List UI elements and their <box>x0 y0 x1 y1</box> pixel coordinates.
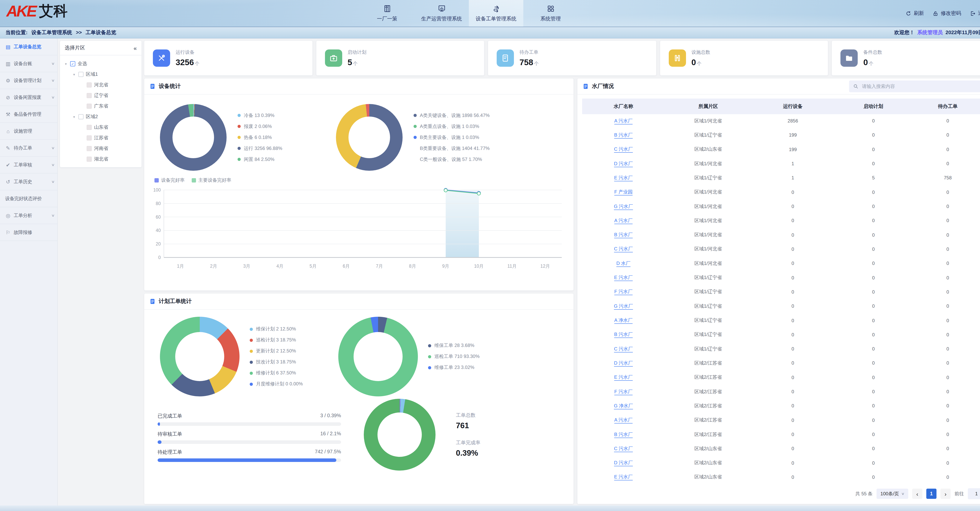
legend-item[interactable]: C类一般设备、设施 57 1.70% <box>414 156 531 163</box>
tree-node-3[interactable]: 辽宁省 <box>62 90 140 101</box>
tree-node-1[interactable]: ▾区域1 <box>62 69 140 80</box>
plant-name-link[interactable]: D 污水厂 <box>614 460 633 465</box>
tree-node-7[interactable]: 江苏省 <box>62 133 140 143</box>
legend-item[interactable]: 技改计划 3 18.75% <box>250 359 335 366</box>
legend-dot-icon <box>250 350 253 353</box>
current-page-button[interactable]: 1 <box>926 489 937 499</box>
legend-item[interactable]: 热备 6 0.18% <box>237 134 326 141</box>
legend-item[interactable]: 更新计划 2 12.50% <box>250 348 335 355</box>
plant-name-link[interactable]: E 污水厂 <box>614 375 633 380</box>
plant-name-link[interactable]: F 污水厂 <box>614 289 633 295</box>
checkbox-disabled[interactable] <box>87 125 92 130</box>
checkbox-disabled[interactable] <box>87 156 92 162</box>
legend-item[interactable]: A类重点设备、设施 1 0.03% <box>414 123 531 130</box>
checkbox-unchecked[interactable] <box>78 72 83 77</box>
sidebar-item-11[interactable]: ⚐故障报修 <box>0 224 57 241</box>
legend-item[interactable]: 巡检工单 710 93.30% <box>428 353 511 360</box>
unlock-button[interactable]: 修改密码 <box>932 10 961 17</box>
sidebar-item-2[interactable]: ⚙设备管理计划∨ <box>0 72 57 89</box>
plant-name-link[interactable]: B 污水厂 <box>614 232 633 238</box>
sidebar-item-0[interactable]: ▤工单设备总览 <box>0 38 57 55</box>
plant-name-link[interactable]: E 污水厂 <box>614 175 633 180</box>
legend-item[interactable]: 维保计划 2 12.50% <box>250 326 335 332</box>
plant-search-input[interactable] <box>861 83 980 89</box>
plant-name-link[interactable]: B 污水厂 <box>614 132 633 138</box>
nav-tab-cabinet[interactable]: 一厂一策 <box>360 0 414 27</box>
page-size-select[interactable]: 100条/页 ∨ <box>877 489 908 499</box>
next-page-button[interactable]: › <box>940 489 951 499</box>
legend-item[interactable]: B类主要设备、设施 1 0.03% <box>414 134 531 141</box>
legend-item[interactable]: 闲置 84 2.50% <box>237 156 326 163</box>
plant-name-link[interactable]: C 污水厂 <box>614 446 633 451</box>
legend-item[interactable]: 维保工单 28 3.68% <box>428 342 511 349</box>
sidebar-item-6[interactable]: ✎待办工单∨ <box>0 140 57 156</box>
line-legend-item[interactable]: 主要设备完好率 <box>192 177 231 184</box>
tree-caret-icon[interactable]: ▾ <box>64 62 68 66</box>
nav-tab-grid[interactable]: 系统管理 <box>523 0 578 27</box>
sidebar-item-4[interactable]: ⚒备品备件管理 <box>0 106 57 123</box>
goto-page-input[interactable] <box>968 488 980 499</box>
plant-name-link[interactable]: F 污水厂 <box>614 389 633 394</box>
plant-name-link[interactable]: E 污水厂 <box>614 474 633 480</box>
legend-item[interactable]: 报废 2 0.06% <box>237 123 326 130</box>
tree-node-4[interactable]: 广东省 <box>62 101 140 112</box>
tree-node-5[interactable]: ▾区域2 <box>62 112 140 122</box>
sidebar-item-10[interactable]: ◎工单分析∨ <box>0 207 57 224</box>
plant-name-link[interactable]: A 污水厂 <box>614 118 633 123</box>
legend-item[interactable]: A类关键设备、设施 1898 56.47% <box>414 112 531 119</box>
plant-name-link[interactable]: D 污水厂 <box>614 360 633 366</box>
tree-node-9[interactable]: 湖北省 <box>62 154 140 164</box>
sidebar-item-9[interactable]: 设备完好状态评价 <box>0 190 57 207</box>
plant-name-link[interactable]: C 污水厂 <box>614 246 633 252</box>
plant-name-link[interactable]: C 污水厂 <box>614 147 633 152</box>
tree-node-6[interactable]: 山东省 <box>62 122 140 133</box>
sidebar-item-8[interactable]: ↺工单历史∨ <box>0 174 57 190</box>
nav-tab-monitor[interactable]: 生产运营管理系统 <box>414 0 469 27</box>
tree-node-0[interactable]: ▾✓全选 <box>62 59 140 69</box>
plant-name-link[interactable]: G 污水厂 <box>614 303 633 309</box>
current-user-link[interactable]: 系统管理员 <box>917 29 943 36</box>
plant-name-link[interactable]: G 污水厂 <box>614 203 633 209</box>
legend-item[interactable]: B类重要设备、设施 1404 41.77% <box>414 145 531 152</box>
collapse-panel-icon[interactable]: « <box>134 45 137 51</box>
plant-name-link[interactable]: B 污水厂 <box>614 431 633 437</box>
legend-item[interactable]: 维修计划 6 37.50% <box>250 370 335 376</box>
checkbox-disabled[interactable] <box>87 93 92 98</box>
plant-name-link[interactable]: C 污水厂 <box>614 346 633 351</box>
legend-item[interactable]: 巡检计划 3 18.75% <box>250 337 335 343</box>
sidebar-item-5[interactable]: ⌂设施管理 <box>0 123 57 140</box>
plant-name-link[interactable]: F 产业园 <box>614 189 633 195</box>
legend-item[interactable]: 冷备 13 0.39% <box>237 112 326 119</box>
legend-item[interactable]: 维修工单 23 3.02% <box>428 364 511 371</box>
plant-name-link[interactable]: G 净水厂 <box>614 403 633 409</box>
checkbox-checked[interactable]: ✓ <box>70 61 75 66</box>
sidebar-item-7[interactable]: ✔工单审核∨ <box>0 156 57 174</box>
plant-name-link[interactable]: E 污水厂 <box>614 275 633 280</box>
nav-tab-workflow[interactable]: 设备工单管理系统 <box>469 0 523 27</box>
plant-name-link[interactable]: B 污水厂 <box>614 332 633 337</box>
checkbox-disabled[interactable] <box>87 82 92 88</box>
plant-name-link[interactable]: D 水厂 <box>616 260 630 266</box>
tree-caret-icon[interactable]: ▾ <box>72 115 76 119</box>
sidebar-item-3[interactable]: ⊘设备闲置报废∨ <box>0 89 57 106</box>
sidebar-item-1[interactable]: ▥设备台账∨ <box>0 55 57 72</box>
plant-name-link[interactable]: A 污水厂 <box>614 218 633 223</box>
tree-node-8[interactable]: 河南省 <box>62 143 140 154</box>
checkbox-disabled[interactable] <box>87 146 92 151</box>
refresh-button[interactable]: 刷新 <box>905 10 924 17</box>
legend-item[interactable]: 运行 3256 96.88% <box>237 145 326 152</box>
plant-name-link[interactable]: A 净水厂 <box>614 318 633 323</box>
legend-item[interactable]: 月度维修计划 0 0.00% <box>250 381 335 387</box>
checkbox-disabled[interactable] <box>87 104 92 109</box>
prev-page-button[interactable]: ‹ <box>912 489 923 499</box>
line-legend-item[interactable]: 设备完好率 <box>154 177 185 184</box>
tree-caret-icon[interactable]: ▾ <box>72 72 76 76</box>
table-column-header: 启动计划 <box>834 103 913 110</box>
tree-node-2[interactable]: 河北省 <box>62 80 140 90</box>
logout-button[interactable]: 退出登录 <box>970 10 980 17</box>
checkbox-unchecked[interactable] <box>78 114 83 119</box>
plant-name-link[interactable]: A 污水厂 <box>614 417 633 423</box>
plant-name-link[interactable]: D 污水厂 <box>614 161 633 166</box>
overview-icon: ▤ <box>5 44 11 50</box>
checkbox-disabled[interactable] <box>87 136 92 141</box>
